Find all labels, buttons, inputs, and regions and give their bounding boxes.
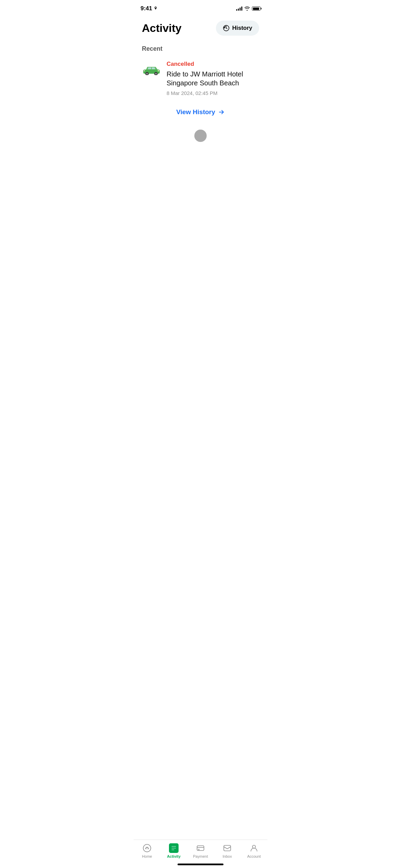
svg-point-3 [146, 73, 148, 75]
status-time: 9:41 [141, 5, 158, 12]
arrow-right-icon [218, 109, 225, 116]
page-title: Activity [142, 22, 182, 35]
car-image [143, 65, 160, 75]
wifi-icon [244, 7, 250, 11]
location-icon [154, 7, 158, 11]
signal-icon [236, 7, 242, 11]
history-button[interactable]: History [216, 21, 259, 36]
loading-dot [194, 130, 207, 142]
view-history-section: View History [142, 108, 259, 116]
header: Activity History [134, 15, 267, 40]
ride-datetime: 8 Mar 2024, 02:45 PM [167, 90, 259, 96]
svg-rect-6 [158, 70, 159, 71]
view-history-button[interactable]: View History [176, 108, 225, 116]
recent-section-label: Recent [142, 45, 259, 52]
history-clock-icon [223, 25, 230, 32]
content-area: Recent Cancelled [134, 40, 267, 147]
ride-status: Cancelled [167, 61, 259, 68]
ride-card[interactable]: Cancelled Ride to JW Marriott Hotel Sing… [142, 59, 259, 103]
status-icons [236, 7, 260, 11]
battery-icon [252, 7, 260, 11]
status-bar: 9:41 [134, 0, 267, 15]
svg-rect-7 [144, 70, 145, 71]
ride-destination: Ride to JW Marriott Hotel Singapore Sout… [167, 70, 259, 87]
ride-info: Cancelled Ride to JW Marriott Hotel Sing… [167, 61, 259, 96]
car-icon [142, 61, 161, 80]
svg-point-5 [155, 73, 157, 75]
